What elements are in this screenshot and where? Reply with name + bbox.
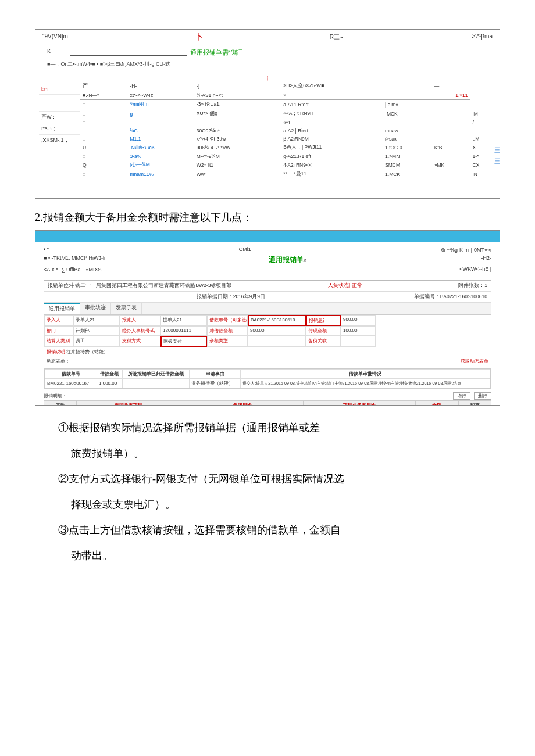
cell-1-3: ««A；t RN9H bbox=[281, 109, 383, 119]
side-marks: 三 三 bbox=[494, 146, 500, 166]
data-table: 产 -H- -] >H>人佥6XZ5·W■ — ■.-N—* xt*-<·-W4… bbox=[80, 81, 496, 179]
cell-5-0: U bbox=[80, 143, 127, 152]
cell-0-4: | c.m« bbox=[383, 100, 432, 110]
body-text: ①根据报销实际情况选择所需报销单据（通用报销单或差 旅费报销单）。 ②支付方式选… bbox=[35, 417, 500, 566]
docno-val: BA0221-160S100610 bbox=[440, 293, 487, 299]
tab-approval[interactable]: 审批轨迹 bbox=[80, 303, 111, 314]
dc0: 序号 bbox=[44, 401, 77, 406]
screenshot-form-list: "9V(VN|m 卜 R三·- ->\*¹βma K 通用报铺单需*'琦¯ ■—… bbox=[35, 29, 500, 199]
field-r3-0: 结算人类别 bbox=[44, 336, 73, 347]
field-r1-5[interactable]: BA0221-160S130610 bbox=[248, 315, 306, 326]
jk-title: 动态表单： bbox=[47, 358, 70, 364]
jk-c2: 所选报销单已归还借款金额 bbox=[122, 370, 189, 379]
form-title-suffix: К____ bbox=[304, 257, 318, 263]
field-r3-5[interactable] bbox=[248, 336, 306, 347]
field-r2-4: 冲借款金额 bbox=[207, 326, 248, 336]
sh-0: ■.-N—* bbox=[80, 91, 127, 100]
cell-1-0: □ bbox=[80, 109, 127, 119]
cell-8-5 bbox=[432, 170, 470, 179]
screenshot-reimbursement-form: • " CMi1 6i-~%g-K·m｜0MT««i ■ • -TKtM1. M… bbox=[35, 230, 500, 406]
field-r1-0: 录入人 bbox=[44, 315, 73, 326]
field-r1-3[interactable]: 提单人21 bbox=[160, 315, 207, 326]
cell-8-1: mnam11% bbox=[127, 170, 194, 179]
field-r3-2: 支付方式 bbox=[120, 336, 160, 347]
th-0: 产 bbox=[80, 81, 127, 91]
jk-c0: 借款单号 bbox=[45, 370, 97, 379]
org-val: 中铁二十一局集团第四工程有限公司新建青藏西环铁路BW2-3标项目部 bbox=[70, 282, 231, 288]
cell-4-5 bbox=[432, 135, 470, 143]
tab-invoice[interactable]: 发票子表 bbox=[111, 303, 142, 314]
th-5: — bbox=[432, 81, 470, 91]
title-underline bbox=[70, 48, 187, 56]
cell-0-6 bbox=[470, 100, 497, 110]
jk-r4: 提交人:提单人21.2016-09-08,提交,部门\n主管:部门主管21.20… bbox=[241, 379, 490, 388]
dc3: 项目公务支用途 bbox=[304, 401, 415, 406]
cell-8-4: 1.MCK bbox=[383, 170, 432, 179]
cell-2-4 bbox=[383, 119, 432, 127]
red-tick: ¡ bbox=[35, 74, 500, 81]
title-green: 通用报铺单需*'琦¯ bbox=[190, 48, 242, 57]
point-3: ③点击上方但借款核请按钮，选择需要核销的借款单，金额自 bbox=[58, 519, 500, 540]
h-l1m: CMi1 bbox=[239, 246, 251, 254]
field-grid: 录入人录单人21报账人提单人21借款单号（可多选）BA0221-160S1306… bbox=[44, 315, 491, 347]
field-r3-7[interactable] bbox=[341, 336, 376, 347]
field-r3-1[interactable]: 员工 bbox=[73, 336, 120, 347]
h-l2: ■ • -TKtM1. MMCI*iHiWJ-li bbox=[44, 255, 105, 265]
jk-c4: 借款单审批情况 bbox=[241, 370, 490, 379]
field-r1-1[interactable]: 录单人21 bbox=[73, 315, 120, 326]
cell-3-4: mnaw bbox=[383, 127, 432, 135]
dc5: 税率 bbox=[459, 401, 491, 406]
cell-6-5 bbox=[432, 152, 470, 160]
title-k: K bbox=[47, 48, 70, 57]
title-green-text: 通用报铺单 bbox=[190, 49, 222, 56]
sh-1: xt*-<·-W4z bbox=[127, 91, 194, 100]
cell-7-3: 4·A2i RN9<< bbox=[281, 160, 383, 170]
field-r1-4: 借款单号（可多选） bbox=[207, 315, 248, 326]
field-r2-5[interactable]: 800.00 bbox=[248, 326, 306, 336]
h-h2: -H2- bbox=[482, 255, 492, 265]
loan-table: 借款单号 借款金额 所选报销单已归还借款金额 申请事由 借款单审批情况 BM02… bbox=[44, 368, 491, 389]
point-2-cont: 择现金或支票电汇）。 bbox=[71, 494, 500, 515]
cell-6-2: M-<*-9¼M bbox=[194, 152, 281, 160]
jk-link[interactable]: 获取动态表单 bbox=[461, 358, 488, 364]
cell-4-6: t.M bbox=[470, 135, 497, 143]
field-r2-1[interactable]: 计划部 bbox=[73, 326, 120, 336]
h-l3: <A-к-* -∑·UffiBa：«MIXS bbox=[44, 266, 101, 274]
jk-r0: BM0221-160500167 bbox=[45, 379, 97, 388]
cell-8-6: IN bbox=[470, 170, 497, 179]
point-1-cont: 旅费报销单）。 bbox=[71, 443, 500, 464]
attach-count: 附件张数：1 bbox=[458, 282, 487, 289]
cell-0-2: -3» 论Ua1. bbox=[194, 100, 281, 110]
cell-0-1: ¾mi图m bbox=[127, 100, 194, 110]
field-r1-6: 报销总计 bbox=[306, 315, 341, 326]
add-row-button[interactable]: 增行 bbox=[453, 392, 470, 400]
field-r2-7[interactable]: 100.00 bbox=[341, 326, 376, 336]
cell-0-3: a-A11 Rtert bbox=[281, 100, 383, 110]
cell-3-2: 30C02¼u* bbox=[194, 127, 281, 135]
th-2: -] bbox=[194, 81, 281, 91]
th-4 bbox=[383, 81, 432, 91]
cell-6-6: 1-* bbox=[470, 152, 497, 160]
detail-table: 序号 集团收支项目 集团用途 项目公务支用途 金额 税率 1 业务招待费（站段）… bbox=[44, 400, 491, 406]
doc-date: 报销单据日期：2016年9月9日 bbox=[197, 293, 265, 300]
cell-7-5: »MK bbox=[432, 160, 470, 170]
cell-1-5 bbox=[432, 109, 470, 119]
field-r1-2: 报账人 bbox=[120, 315, 160, 326]
cell-5-6: X bbox=[470, 143, 497, 152]
field-r3-3[interactable]: 网银支付 bbox=[160, 336, 207, 347]
cell-3-6 bbox=[470, 127, 497, 135]
field-r1-7[interactable]: 900.00 bbox=[341, 315, 376, 326]
cell-2-1: … bbox=[127, 119, 194, 127]
title-bar bbox=[35, 231, 500, 242]
lp-l31[interactable]: l31 bbox=[41, 87, 48, 92]
field-r2-0: 部门 bbox=[44, 326, 73, 336]
tabs: 通用报销单 审批轨迹 发票子表 bbox=[44, 303, 491, 315]
org-name: 报销单位:中铁二十一局集团第四工程有限公司新建青藏西环铁路BW2-3标项目部 bbox=[48, 282, 231, 289]
cell-5-3: BW人，| PWJt11 bbox=[281, 143, 383, 152]
tab-general[interactable]: 通用报销单 bbox=[44, 303, 80, 314]
field-r2-3[interactable]: 13000001111 bbox=[160, 326, 207, 336]
cell-6-1: 3-a% bbox=[127, 152, 194, 160]
cell-7-1: ¡心—¾M bbox=[127, 160, 194, 170]
del-row-button[interactable]: 删行 bbox=[474, 392, 491, 400]
lp-w: 产W： bbox=[39, 112, 80, 123]
